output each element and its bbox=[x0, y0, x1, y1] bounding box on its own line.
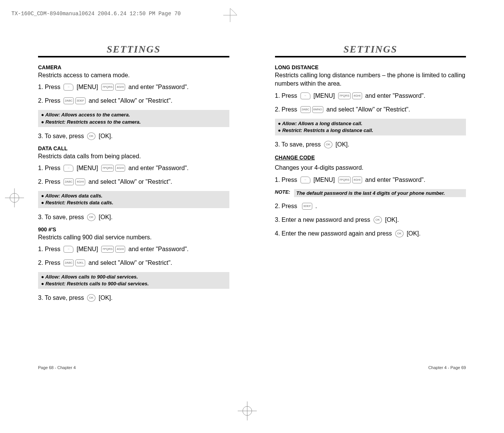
step-3: 3. To save, press OK [OK]. bbox=[38, 132, 229, 141]
note-box: ● Allow: Allows access to the camera. ● … bbox=[38, 110, 229, 127]
section-desc: Restricts calling 900 dial service numbe… bbox=[38, 233, 229, 242]
section-heading-change-code: CHANGE CODE bbox=[275, 154, 466, 161]
ok-key-icon: OK bbox=[87, 132, 95, 140]
print-header: TX-160C_CDM-8940manual0624 2004.6.24 12:… bbox=[0, 11, 181, 17]
right-page: SETTINGS LONG DISTANCE Restricts calling… bbox=[252, 44, 504, 307]
step-3: 3. To save, press OK [OK]. bbox=[275, 140, 466, 149]
ok-key-icon: OK bbox=[395, 230, 404, 237]
note-body: The default password is the last 4 digit… bbox=[294, 189, 466, 197]
section-desc: Restricts calling long distance numbers … bbox=[275, 71, 466, 88]
note-box: ● Allow: Allows data calls. ● Restrict: … bbox=[38, 191, 229, 208]
section-desc: Changes your 4-digits password. bbox=[275, 164, 466, 172]
ok-key-icon: OK bbox=[324, 141, 332, 148]
note-row: NOTE: The default password is the last 4… bbox=[275, 189, 466, 197]
key-4-icon: 4GHI bbox=[352, 92, 362, 99]
title-rule bbox=[275, 56, 466, 57]
step-3: 3. To save, press OK [OK]. bbox=[38, 213, 229, 222]
note-box: ● Allow: Allows a long distance call. ● … bbox=[275, 119, 466, 135]
key-4-icon: 4GHI bbox=[115, 165, 125, 172]
key-4-icon: 4GHI bbox=[352, 177, 362, 183]
page-curl-icon bbox=[223, 8, 238, 23]
step-1: 1. Press ·· [MENU] 7PQRS 4GHI and enter … bbox=[38, 164, 229, 173]
footer-right: Chapter 4 - Page 69 bbox=[428, 365, 466, 370]
key-7-icon: 7PQRS bbox=[101, 165, 114, 172]
section-heading-camera: CAMERA bbox=[38, 64, 229, 70]
step-1: 1. Press ·· [MENU] 7PQRS 4GHI and enter … bbox=[38, 245, 229, 254]
key-2-icon: 2ABC bbox=[64, 97, 74, 104]
page-title: SETTINGS bbox=[38, 44, 229, 55]
key-7-icon: 7PQRS bbox=[338, 92, 351, 99]
key-2-icon: 2ABC bbox=[64, 178, 74, 185]
step-1: 1. Press ·· [MENU] 7PQRS 4GHI and enter … bbox=[275, 175, 466, 185]
page-title: SETTINGS bbox=[275, 44, 466, 55]
step-2: 2. Press 2ABC 3DEF and select "Allow" or… bbox=[38, 96, 229, 105]
section-heading-long-distance: LONG DISTANCE bbox=[275, 64, 466, 70]
key-2-icon: 2ABC bbox=[300, 106, 311, 113]
key-4-icon: 4GHI bbox=[115, 84, 125, 91]
menu-key-icon: ·· bbox=[64, 246, 73, 253]
step-1: 1. Press ·· [MENU] 7PQRS 4GHI and enter … bbox=[38, 83, 229, 92]
note-box: ● Allow: Allows calls to 900-dial servic… bbox=[38, 272, 229, 289]
ok-key-icon: OK bbox=[87, 294, 95, 302]
key-7-icon: 7PQRS bbox=[338, 177, 351, 183]
menu-key-icon: ·· bbox=[300, 92, 310, 99]
ok-key-icon: OK bbox=[87, 213, 95, 221]
ok-key-icon: OK bbox=[374, 216, 382, 224]
step-1: 1. Press ·· [MENU] 7PQRS 4GHI and enter … bbox=[275, 91, 466, 100]
key-3-icon: 3DEF bbox=[302, 203, 312, 210]
key-7-icon: 7PQRS bbox=[101, 246, 114, 253]
menu-key-icon: ·· bbox=[64, 165, 73, 172]
section-desc: Restricts data calls from being placed. bbox=[38, 152, 229, 161]
step-2: 2. Press 3DEF . bbox=[275, 202, 466, 211]
section-heading-datacall: DATA CALL bbox=[38, 145, 229, 151]
key-4-icon: 4GHI bbox=[75, 178, 85, 185]
section-heading-900: 900 #'S bbox=[38, 226, 229, 232]
step-2: 2. Press 2ABC 4GHI and select "Allow" or… bbox=[38, 177, 229, 186]
key-2-icon: 2ABC bbox=[64, 259, 74, 266]
step-2: 2. Press 2ABC 5JKL and select "Allow" or… bbox=[38, 258, 229, 267]
key-7-icon: 7PQRS bbox=[101, 84, 114, 91]
key-3-icon: 3DEF bbox=[75, 97, 85, 104]
note-label: NOTE: bbox=[275, 189, 290, 197]
step-2: 2. Press 2ABC 6MNO and select "Allow" or… bbox=[275, 105, 466, 114]
key-4-icon: 4GHI bbox=[115, 246, 125, 253]
key-6-icon: 6MNO bbox=[312, 106, 323, 113]
menu-key-icon: ·· bbox=[64, 84, 73, 91]
menu-key-icon: ·· bbox=[300, 177, 310, 183]
step-4: 4. Enter the new password again and pres… bbox=[275, 229, 466, 238]
step-3: 3. To save, press OK [OK]. bbox=[38, 293, 229, 302]
key-5-icon: 5JKL bbox=[75, 259, 85, 266]
step-3: 3. Enter a new password and press OK [OK… bbox=[275, 215, 466, 224]
left-page: SETTINGS CAMERA Restricts access to came… bbox=[0, 44, 252, 307]
registration-mark-icon bbox=[236, 400, 259, 422]
section-desc: Restricts access to camera mode. bbox=[38, 71, 229, 80]
footer-left: Page 68 - Chapter 4 bbox=[38, 365, 76, 370]
title-rule bbox=[38, 56, 229, 57]
